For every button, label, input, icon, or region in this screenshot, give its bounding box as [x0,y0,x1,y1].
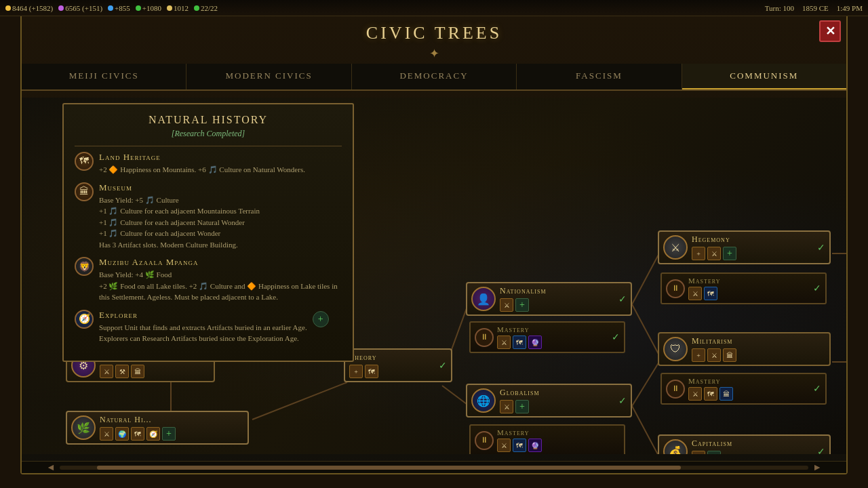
glob-icon-2[interactable]: + [515,400,529,413]
tooltip-item-explorer: 🧭 Explorer Support Unit that finds and e… [75,310,342,344]
hegm-icon-1: ⚔ [688,287,702,300]
mil-icon-2: ⚔ [707,348,721,362]
milm-icon-2: 🗺 [704,387,717,401]
muzibu-title: Muzibu Azaala Mpanga [99,257,342,268]
scroll-left-arrow[interactable]: ◄ [42,462,60,473]
tooltip-item-muzibu: 🦁 Muzibu Azaala Mpanga Base Yield: +4 🌿 … [75,257,342,303]
resource-faith: 1012 [167,4,189,12]
nationalism-label: Nationalism [500,286,614,296]
tab-democracy[interactable]: DEMOCRACY [352,64,517,89]
mil-mastery-label: Mastery [688,377,810,385]
nm-icon-2: 🗺 [513,336,526,349]
nat-icon-1: ⚔ [500,298,513,312]
main-window: CIVIC TREES ✦ ✕ MEIJI CIVICS MODERN CIVI… [20,14,848,474]
tooltip-item-land-heritage: 🗺 Land Heritage +2 🔶 Happiness on Mounta… [75,152,342,176]
mod-icon-3: 🏛 [131,365,144,378]
turn-display: Turn: 100 [765,4,794,12]
hegemony-node[interactable]: ⚔ Hegemony + ⚔ + ✓ [658,230,831,264]
globalism-label: Globalism [500,388,614,398]
mil-mastery-checkmark: ✓ [813,383,821,394]
top-bar-right-info: Turn: 100 1859 CE 1:49 PM [765,4,863,12]
nat-mastery-checkmark: ✓ [612,331,620,343]
scroll-track[interactable] [60,466,808,470]
heg-mastery-label: Mastery [688,277,810,285]
tab-fascism[interactable]: FASCISM [517,64,682,89]
top-bar: 8464 (+1582) 6565 (+151) +855 +1080 1012… [0,0,868,16]
mil-mastery-pause: ⏸ [666,380,685,399]
theory-label: Theory [349,352,435,363]
globalism-mastery-node[interactable]: ⏸ Mastery ⚔ 🗺 🔮 [469,424,625,454]
nationalism-node[interactable]: 👤 Nationalism ⚔ + ✓ [466,282,632,316]
natural-hi-label: Natural Hi... [100,415,243,425]
globalism-icon: 🌐 [471,388,496,413]
hegemony-checkmark: ✓ [817,242,825,253]
heg-icon-3[interactable]: + [723,247,736,260]
tab-bar: MEIJI CIVICS MODERN CIVICS DEMOCRACY FAS… [22,64,846,91]
content-area: NATURAL HISTORY [Research Completed] 🗺 L… [22,98,846,454]
th-icon-2: 🗺 [365,365,378,378]
muzibu-icon: 🦁 [75,257,94,276]
explorer-add-icon[interactable]: + [313,311,329,327]
milm-icon-1: ⚔ [688,387,702,401]
natural-hi-icon: 🌿 [71,415,96,440]
tooltip-subtitle: [Research Completed] [75,129,342,139]
resource-gold: 8464 (+1582) [5,4,53,12]
nh-add[interactable]: + [162,427,176,441]
window-title: CIVIC TREES [22,15,846,46]
hegm-icon-2: 🗺 [704,287,717,300]
nh-icon-3: 🗺 [131,427,144,441]
gm-icon-2: 🗺 [513,439,526,452]
close-button[interactable]: ✕ [819,20,841,42]
cap-icon-2[interactable]: + [707,451,721,454]
hegemony-icon: ⚔ [663,235,688,260]
militarism-mastery-node[interactable]: ⏸ Mastery ⚔ 🗺 🏛 ✓ [660,373,827,405]
capitalism-checkmark: ✓ [817,446,825,455]
nm-icon-1: ⚔ [497,336,511,349]
land-heritage-title: Land Heritage [99,152,305,163]
gm-icon-1: ⚔ [497,439,511,452]
tooltip-panel: NATURAL HISTORY [Research Completed] 🗺 L… [62,103,354,362]
museum-title: Museum [99,182,260,193]
nat-icon-2[interactable]: + [515,298,529,312]
heg-icon-2: ⚔ [707,247,721,260]
tab-meiji-civics[interactable]: MEIJI CIVICS [22,64,186,89]
theory-node[interactable]: Theory + 🗺 ✓ [344,348,452,382]
explorer-desc: Support Unit that finds and extracts Art… [99,322,307,344]
glob-mastery-pause: ⏸ [475,431,494,450]
resource-health: 22/22 [194,4,218,12]
globalism-node[interactable]: 🌐 Globalism ⚔ + ✓ [466,384,632,418]
museum-icon: 🏛 [75,182,94,201]
explorer-title: Explorer [99,310,307,321]
glob-mastery-label: Mastery [497,428,620,436]
year-display: 1859 CE [802,4,829,12]
capitalism-node[interactable]: 💰 Capitalism + + ✓ [658,434,831,454]
land-heritage-desc: +2 🔶 Happiness on Mountains. +6 🎵 Cultur… [99,164,305,176]
heg-mastery-pause: ⏸ [666,279,685,298]
muzibu-desc: Base Yield: +4 🌿 Food +2 🌿 Food on all L… [99,269,342,303]
scroll-right-arrow[interactable]: ► [808,462,826,473]
nat-mastery-pause: ⏸ [475,328,494,347]
resource-culture: 6565 (+151) [58,4,102,12]
hegemony-mastery-node[interactable]: ⏸ Mastery ⚔ 🗺 ✓ [660,272,827,304]
nationalism-checkmark: ✓ [618,293,627,305]
resource-science: +855 [108,4,130,12]
scroll-thumb[interactable] [97,466,681,470]
mod-icon-2: ⚒ [115,365,129,378]
mil-icon-1: + [692,348,705,362]
militarism-label: Militarism [692,336,825,346]
nationalism-mastery-node[interactable]: ⏸ Mastery ⚔ 🗺 🔮 ✓ [469,321,625,353]
land-heritage-icon: 🗺 [75,152,94,171]
top-bar-resources: 8464 (+1582) 6565 (+151) +855 +1080 1012… [5,4,218,12]
capitalism-label: Capitalism [692,439,813,449]
mil-icon-3: 🏛 [723,348,736,362]
tab-modern-civics[interactable]: MODERN CIVICS [186,64,351,89]
nh-icon-4: 🧭 [146,427,160,441]
militarism-node[interactable]: 🛡 Militarism + ⚔ 🏛 [658,332,831,366]
tab-communism[interactable]: COMMUNISM [682,64,846,89]
militarism-icon: 🛡 [663,337,688,361]
th-icon-1: + [349,365,363,378]
tooltip-item-museum: 🏛 Museum Base Yield: +5 🎵 Culture +1 🎵 C… [75,182,342,251]
natural-hi-node[interactable]: 🌿 Natural Hi... ⚔ 🌍 🗺 🧭 + [66,411,249,445]
resource-production: +1080 [136,4,161,12]
nationalism-icon: 👤 [471,287,496,311]
